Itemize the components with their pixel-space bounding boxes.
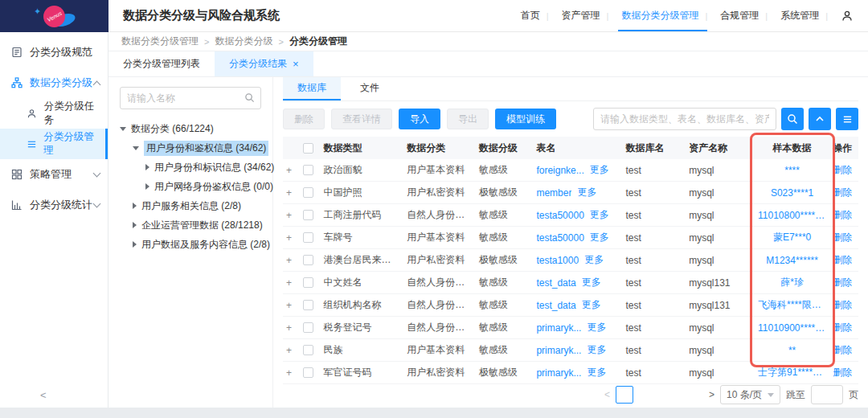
more-link[interactable]: 更多 (582, 298, 601, 312)
delete-row-link[interactable]: 删除 (833, 164, 852, 175)
more-link[interactable]: 更多 (587, 366, 606, 379)
delete-row-link[interactable]: 删除 (833, 186, 852, 198)
more-link[interactable]: 更多 (584, 253, 604, 267)
table-name-link[interactable]: primaryk... (536, 345, 581, 356)
tab-classification-result[interactable]: 分类分级结果 × (215, 51, 313, 76)
close-icon[interactable]: × (293, 59, 299, 69)
delete-row-link[interactable]: 删除 (833, 254, 852, 265)
breadcrumb-item[interactable]: 数据分类分级 (215, 35, 272, 48)
more-link[interactable]: 更多 (582, 276, 601, 289)
more-link[interactable]: 更多 (590, 231, 609, 244)
export-button[interactable]: 导出 (447, 109, 489, 129)
more-link[interactable]: 更多 (590, 163, 609, 177)
row-checkbox[interactable] (303, 255, 313, 265)
more-link[interactable]: 更多 (577, 186, 596, 199)
expand-row-button[interactable]: + (283, 277, 300, 289)
user-icon[interactable] (841, 10, 854, 23)
tree-node[interactable]: 用户身份和标识信息 (34/62) (120, 158, 261, 177)
sidebar-collapse-button[interactable]: < (40, 389, 47, 401)
tree-caret-icon[interactable] (120, 127, 126, 131)
table-name-link[interactable]: test_data (536, 277, 575, 289)
delete-row-link[interactable]: 删除 (833, 344, 852, 355)
expand-row-button[interactable]: + (283, 322, 300, 334)
tree-node[interactable]: 用户服务相关信息 (2/8) (120, 196, 261, 215)
jump-page-input[interactable] (811, 385, 843, 404)
row-checkbox[interactable] (303, 165, 313, 175)
prev-page-button[interactable]: < (604, 389, 610, 400)
import-button[interactable]: 导入 (399, 109, 440, 129)
nav-item[interactable]: 数据分类分级管理 | (613, 0, 712, 31)
tree-caret-icon[interactable] (145, 164, 149, 170)
tab-management-list[interactable]: 分类分级管理列表 (108, 51, 215, 76)
tree-node-label[interactable]: 数据分类 (66/1224) (131, 122, 214, 136)
more-link[interactable]: 更多 (587, 343, 606, 357)
tab-file[interactable]: 文件 (341, 77, 399, 100)
tree-node[interactable]: 用户身份和鉴权信息 (34/62) (120, 138, 261, 158)
table-name-link[interactable]: testa50000 (536, 232, 583, 244)
tree-caret-icon[interactable] (133, 203, 137, 209)
tree-caret-icon[interactable] (145, 183, 149, 190)
table-name-link[interactable]: primaryk... (536, 367, 581, 379)
page-size-select[interactable]: 10 条/页 (720, 385, 780, 404)
sidebar-item-task[interactable]: 分类分级任务 (0, 98, 108, 129)
delete-row-link[interactable]: 删除 (833, 232, 852, 243)
expand-row-button[interactable]: + (283, 232, 300, 244)
expand-row-button[interactable]: + (283, 300, 300, 311)
table-search-input[interactable] (593, 108, 776, 130)
table-name-link[interactable]: test_data (536, 300, 575, 311)
tab-database[interactable]: 数据库 (283, 77, 341, 100)
delete-row-link[interactable]: 删除 (833, 299, 852, 310)
sidebar-item-statistics[interactable]: 分类分级统计 (0, 190, 108, 220)
table-name-link[interactable]: foreignke... (536, 165, 583, 176)
breadcrumb-item[interactable]: 数据分类分级管理 (121, 35, 199, 48)
select-all-checkbox[interactable] (303, 143, 313, 154)
page-button[interactable] (616, 386, 633, 404)
collapse-search-button[interactable] (809, 108, 831, 130)
sidebar-item-spec[interactable]: 分类分级规范 (0, 37, 108, 68)
view-details-button[interactable]: 查看详情 (331, 109, 392, 129)
expand-row-button[interactable]: + (283, 367, 300, 379)
tree-node-label[interactable]: 用户服务相关信息 (2/8) (141, 199, 241, 213)
search-button[interactable] (781, 108, 804, 130)
table-name-link[interactable]: primaryk... (536, 322, 581, 334)
tree-node-label[interactable]: 企业运营管理数据 (28/1218) (141, 219, 263, 232)
model-training-button[interactable]: 模型训练 (495, 109, 556, 129)
expand-row-button[interactable]: + (283, 345, 300, 356)
row-checkbox[interactable] (303, 187, 313, 198)
tree-node[interactable]: 数据分类 (66/1224) (120, 119, 261, 138)
nav-item[interactable]: 系统管理 | (772, 0, 833, 31)
expand-row-button[interactable]: + (283, 210, 300, 221)
tree-caret-icon[interactable] (133, 222, 137, 228)
row-checkbox[interactable] (303, 322, 313, 333)
expand-row-button[interactable]: + (283, 255, 300, 266)
nav-item[interactable]: 合规管理 | (712, 0, 772, 31)
column-settings-button[interactable] (836, 108, 858, 130)
row-checkbox[interactable] (303, 300, 313, 310)
tree-node[interactable]: 企业运营管理数据 (28/1218) (120, 215, 261, 235)
page-button[interactable] (662, 386, 680, 404)
nav-item[interactable]: 资产管理 | (554, 0, 614, 31)
delete-row-link[interactable]: 删除 (833, 367, 852, 378)
row-checkbox[interactable] (303, 277, 313, 288)
table-name-link[interactable]: testa1000 (536, 255, 579, 266)
nav-item[interactable]: 首页 | (513, 0, 554, 31)
delete-button[interactable]: 删除 (283, 109, 325, 129)
tree-node[interactable]: 用户网络身份鉴权信息 (0/0) (120, 177, 261, 196)
expand-row-button[interactable]: + (283, 187, 300, 199)
row-checkbox[interactable] (303, 210, 313, 220)
more-link[interactable]: 更多 (587, 321, 606, 334)
sidebar-item-strategy[interactable]: 策略管理 (0, 159, 108, 190)
next-page-button[interactable]: > (709, 389, 714, 400)
expand-row-button[interactable]: + (283, 165, 300, 176)
tree-node-label[interactable]: 用户身份和鉴权信息 (34/62) (144, 141, 268, 156)
tree-caret-icon[interactable] (133, 241, 137, 248)
delete-row-link[interactable]: 删除 (833, 277, 852, 288)
more-link[interactable]: 更多 (590, 208, 609, 222)
sidebar-item-management[interactable]: 分类分级管理 (0, 129, 108, 159)
row-checkbox[interactable] (303, 232, 313, 243)
page-button[interactable] (686, 386, 703, 404)
sidebar-item-data-classification[interactable]: 数据分类分级 (0, 68, 108, 98)
tree-search-input[interactable] (120, 87, 261, 109)
table-name-link[interactable]: member (536, 187, 571, 199)
tree-node-label[interactable]: 用户身份和标识信息 (34/62) (154, 161, 274, 174)
